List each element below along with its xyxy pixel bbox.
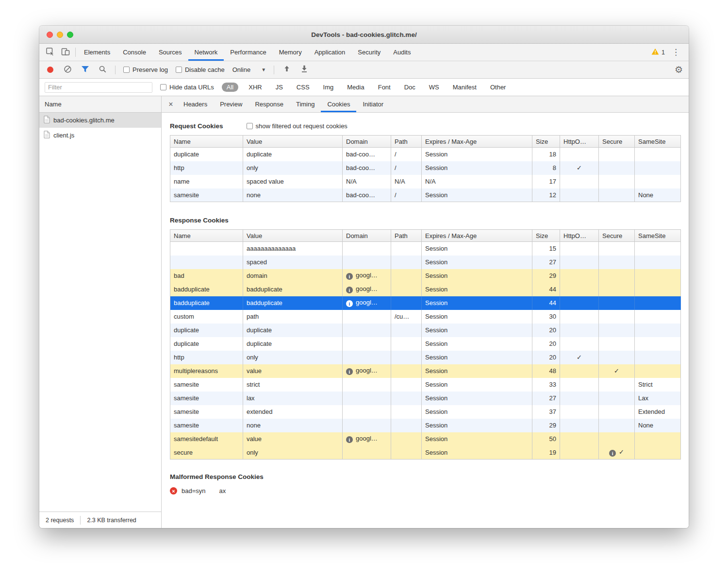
filter-pill-all[interactable]: All <box>222 83 238 92</box>
warnings-indicator[interactable]: 1 <box>651 48 665 56</box>
cookie-row[interactable]: samesitedefaultvalueigoogl…Session50 <box>170 432 681 446</box>
throttling-select[interactable]: Online ▼ <box>232 66 266 73</box>
cookie-row[interactable]: samesitenoneSession29None <box>170 419 681 432</box>
detail-tab-initiator[interactable]: Initiator <box>356 96 390 112</box>
more-options-button[interactable]: ⋮ <box>670 47 682 57</box>
cookie-row[interactable]: duplicateduplicateSession20 <box>170 324 681 337</box>
column-header-size[interactable]: Size <box>532 136 560 148</box>
detail-tab-bar: × HeadersPreviewResponseTimingCookiesIni… <box>162 96 689 113</box>
column-header-secure[interactable]: Secure <box>599 230 635 242</box>
preserve-log-box[interactable] <box>123 67 130 73</box>
preserve-log-checkbox[interactable]: Preserve log <box>123 66 168 73</box>
cookie-row[interactable]: multiplereasonsvalueigoogl…Session48✓ <box>170 364 681 378</box>
column-header-value[interactable]: Value <box>243 136 343 148</box>
tab-application[interactable]: Application <box>308 44 352 61</box>
tab-elements[interactable]: Elements <box>78 44 116 61</box>
cookie-row[interactable]: custompath/cu…Session30 <box>170 310 681 324</box>
hide-data-urls-checkbox[interactable]: Hide data URLs <box>160 84 214 91</box>
column-header-name[interactable]: Name <box>170 136 243 148</box>
filter-pill-ws[interactable]: WS <box>426 83 443 92</box>
requests-column-header[interactable]: Name <box>39 96 161 113</box>
show-filtered-checkbox[interactable]: show filtered out request cookies <box>247 122 347 130</box>
disable-cache-box[interactable] <box>176 67 182 73</box>
detail-tab-preview[interactable]: Preview <box>214 96 248 112</box>
inspect-element-button[interactable] <box>42 44 58 61</box>
column-header-secure[interactable]: Secure <box>599 136 635 148</box>
column-header-domain[interactable]: Domain <box>343 230 391 242</box>
column-header-name[interactable]: Name <box>170 230 243 242</box>
column-header-size[interactable]: Size <box>532 230 560 242</box>
column-header-expires-max-age[interactable]: Expires / Max-Age <box>422 136 532 148</box>
cookie-row[interactable]: httponlySession20✓ <box>170 351 681 364</box>
detail-tab-cookies[interactable]: Cookies <box>321 96 356 112</box>
settings-gear-icon[interactable]: ⚙ <box>675 64 683 75</box>
filter-pill-xhr[interactable]: XHR <box>245 83 265 92</box>
filter-pill-media[interactable]: Media <box>344 83 367 92</box>
zoom-window-button[interactable] <box>67 32 73 38</box>
column-header-expires-max-age[interactable]: Expires / Max-Age <box>422 230 532 242</box>
window-title: DevTools - bad-cookies.glitch.me/ <box>311 31 416 38</box>
detail-tab-timing[interactable]: Timing <box>290 96 321 112</box>
device-toolbar-button[interactable] <box>58 44 73 61</box>
column-header-samesite[interactable]: SameSite <box>635 230 681 242</box>
filter-pill-font[interactable]: Font <box>375 83 394 92</box>
import-har-button[interactable] <box>282 65 292 74</box>
filter-pill-manifest[interactable]: Manifest <box>449 83 480 92</box>
cookie-row[interactable]: namespaced valueN/AN/AN/A17 <box>170 175 681 188</box>
column-header-path[interactable]: Path <box>391 136 422 148</box>
cookie-row[interactable]: samesiteextendedSession37Extended <box>170 405 681 419</box>
filter-input[interactable] <box>45 82 152 93</box>
warning-icon <box>651 48 659 56</box>
throttling-value: Online <box>232 66 251 73</box>
cookie-name-cell: http <box>170 351 243 364</box>
cookie-row[interactable]: baddomainigoogl…Session29 <box>170 269 681 283</box>
upload-icon <box>283 65 291 74</box>
column-header-httpo-[interactable]: HttpO… <box>560 230 599 242</box>
record-button[interactable] <box>45 67 55 73</box>
close-window-button[interactable] <box>47 32 53 38</box>
tab-network[interactable]: Network <box>188 44 224 61</box>
column-header-value[interactable]: Value <box>243 230 343 242</box>
export-har-button[interactable] <box>299 65 309 74</box>
request-row[interactable]: client.js <box>39 128 161 143</box>
cookie-row[interactable]: samesitelaxSession27Lax <box>170 392 681 405</box>
column-header-domain[interactable]: Domain <box>343 136 391 148</box>
detail-tab-headers[interactable]: Headers <box>177 96 214 112</box>
tab-console[interactable]: Console <box>116 44 152 61</box>
detail-tab-response[interactable]: Response <box>248 96 290 112</box>
cookie-row[interactable]: badduplicatebadduplicateigoogl…Session44 <box>170 296 681 310</box>
disable-cache-checkbox[interactable]: Disable cache <box>176 66 225 73</box>
clear-button[interactable] <box>63 65 72 75</box>
cookie-row[interactable]: spacedSession27 <box>170 256 681 269</box>
tab-audits[interactable]: Audits <box>387 44 417 61</box>
filter-pill-css[interactable]: CSS <box>293 83 313 92</box>
hide-data-urls-box[interactable] <box>160 84 166 90</box>
filter-pill-js[interactable]: JS <box>272 83 286 92</box>
minimize-window-button[interactable] <box>57 32 63 38</box>
column-header-path[interactable]: Path <box>391 230 422 242</box>
filter-pill-doc[interactable]: Doc <box>401 83 419 92</box>
tab-performance[interactable]: Performance <box>224 44 272 61</box>
cookie-row[interactable]: duplicateduplicatebad-coo…/Session18 <box>170 148 681 161</box>
cookie-row[interactable]: secureonlySession19i✓ <box>170 446 681 460</box>
filter-pill-other[interactable]: Other <box>487 83 510 92</box>
show-filtered-box[interactable] <box>247 123 253 129</box>
tab-security[interactable]: Security <box>351 44 387 61</box>
close-details-button[interactable]: × <box>165 96 177 112</box>
request-row[interactable]: bad-cookies.glitch.me <box>39 113 161 128</box>
cookie-secure-cell <box>599 175 635 188</box>
search-button[interactable] <box>98 65 107 75</box>
cookie-row[interactable]: badduplicatebadduplicateigoogl…Session44 <box>170 283 681 296</box>
filter-toggle-button[interactable] <box>80 66 90 74</box>
column-header-httpo-[interactable]: HttpO… <box>560 136 599 148</box>
cookie-row[interactable]: duplicateduplicateSession20 <box>170 337 681 351</box>
cookie-row[interactable]: aaaaaaaaaaaaaaSession15 <box>170 242 681 256</box>
tab-memory[interactable]: Memory <box>273 44 308 61</box>
cookie-row[interactable]: samesitestrictSession33Strict <box>170 378 681 392</box>
cookie-path-cell: / <box>391 161 422 175</box>
cookie-row[interactable]: samesitenonebad-coo…/Session12None <box>170 188 681 202</box>
cookie-row[interactable]: httponlybad-coo…/Session8✓ <box>170 161 681 175</box>
tab-sources[interactable]: Sources <box>152 44 188 61</box>
filter-pill-img[interactable]: Img <box>320 83 337 92</box>
column-header-samesite[interactable]: SameSite <box>635 136 681 148</box>
